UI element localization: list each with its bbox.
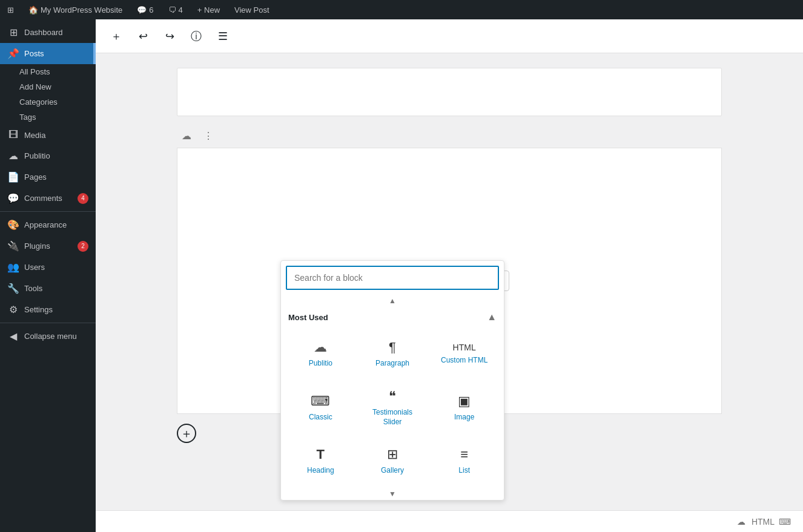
comments-count: 6 [149, 5, 153, 15]
settings-icon: ⚙ [7, 304, 19, 315]
gallery-icon: ⊞ [387, 447, 398, 462]
main-layout: ⊞ Dashboard 📌 Posts All Posts Add New Ca… [0, 19, 803, 532]
posts-icon: 📌 [7, 48, 19, 59]
sidebar-item-pages[interactable]: 📄 Pages [0, 166, 96, 188]
sidebar-divider-2 [0, 323, 96, 323]
feedback-count: 4 [179, 5, 183, 15]
editor-area: ＋ ↩ ↪ ⓘ ☰ ☁ ⋮ ☁ [96, 19, 803, 532]
classic-icon: ⌨ [311, 393, 330, 409]
bottom-html-label[interactable]: HTML [755, 513, 772, 530]
pages-icon: 📄 [7, 171, 19, 183]
block-item-publitio[interactable]: ☁ Publitio [286, 330, 355, 378]
sidebar-item-dashboard[interactable]: ⊞ Dashboard [0, 22, 96, 43]
list-label: List [458, 466, 470, 476]
sidebar-item-tags[interactable]: Tags [0, 110, 96, 125]
tags-label: Tags [19, 113, 36, 122]
sidebar-item-collapse[interactable]: ◀ Collapse menu [0, 326, 96, 347]
block-item-classic[interactable]: ⌨ Classic [286, 381, 355, 435]
keyboard-icon: ⌨ [779, 517, 791, 527]
add-block-button[interactable]: ＋ [105, 25, 127, 47]
scroll-up-indicator[interactable]: ▲ [281, 295, 504, 307]
block-item-heading[interactable]: T Heading [286, 437, 355, 485]
appearance-icon: 🎨 [7, 219, 19, 231]
inserter-scroll[interactable]: ▲ Most Used ▲ ☁ Publitio ¶ Paragraph HTM… [281, 295, 504, 500]
sidebar-item-users[interactable]: 👥 Users [0, 257, 96, 278]
sidebar-item-add-new[interactable]: Add New [0, 79, 96, 94]
gallery-label: Gallery [381, 466, 404, 476]
bottom-keyboard-icon[interactable]: ⌨ [776, 513, 793, 530]
add-new-label: Add New [19, 82, 51, 91]
block-more-icon[interactable]: ⋮ [199, 126, 218, 145]
admin-bar: ⊞ 🏠 My WordPress Website 💬 6 🗨 4 + New V… [0, 0, 803, 19]
wp-logo-icon: ⊞ [7, 5, 14, 15]
sidebar-appearance-label: Appearance [24, 220, 67, 229]
sidebar-item-all-posts[interactable]: All Posts [0, 64, 96, 79]
plugins-icon: 🔌 [7, 240, 19, 252]
heading-label: Heading [307, 466, 334, 476]
heading-icon: T [317, 447, 325, 462]
comment-icon: 💬 [137, 5, 147, 15]
image-icon: ▣ [458, 393, 471, 409]
more-options-button[interactable]: ☰ [212, 25, 234, 47]
sidebar-tools-label: Tools [24, 284, 42, 293]
site-name: My WordPress Website [41, 5, 122, 15]
sidebar-item-media[interactable]: 🎞 Media [0, 125, 96, 145]
sidebar-item-settings[interactable]: ⚙ Settings [0, 299, 96, 320]
custom-html-label: Custom HTML [441, 356, 487, 366]
dashboard-icon: ⊞ [7, 27, 19, 38]
sidebar-users-label: Users [24, 263, 45, 272]
sidebar-item-tools[interactable]: 🔧 Tools [0, 278, 96, 299]
sidebar-settings-label: Settings [24, 305, 53, 314]
sidebar-item-categories[interactable]: Categories [0, 94, 96, 110]
blocks-grid: ☁ Publitio ¶ Paragraph HTML Custom HTML … [281, 327, 504, 488]
sidebar-pages-label: Pages [24, 172, 47, 182]
bottom-cloud-icon[interactable]: ☁ [733, 513, 750, 530]
block-item-list[interactable]: ≡ List [429, 437, 499, 485]
most-used-section-header: Most Used ▲ [281, 307, 504, 327]
editor-content[interactable]: ☁ ⋮ ☁ Select file from Publitio ＋ [96, 53, 803, 510]
wp-logo-item[interactable]: ⊞ [5, 5, 16, 15]
view-post-label: View Post [234, 5, 269, 15]
most-used-label: Most Used [288, 313, 328, 322]
sidebar-item-comments[interactable]: 💬 Comments 4 [0, 188, 96, 209]
testimonials-slider-label: Testimonials Slider [363, 408, 422, 427]
home-icon: 🏠 [28, 5, 38, 15]
comments-item[interactable]: 💬 6 [134, 5, 156, 15]
paragraph-label: Paragraph [375, 359, 409, 369]
sidebar-item-posts[interactable]: 📌 Posts [0, 43, 96, 64]
media-icon: 🎞 [7, 130, 19, 140]
site-name-item[interactable]: 🏠 My WordPress Website [26, 5, 125, 15]
sidebar-comments-label: Comments [24, 194, 62, 203]
sidebar-item-appearance[interactable]: 🎨 Appearance [0, 214, 96, 235]
paragraph-icon: ¶ [389, 340, 396, 355]
block-item-testimonials-slider[interactable]: ❝ Testimonials Slider [358, 381, 428, 435]
plugins-badge: 2 [78, 241, 88, 252]
new-label: + New [197, 5, 220, 15]
info-button[interactable]: ⓘ [185, 25, 207, 47]
redo-button[interactable]: ↪ [159, 25, 180, 47]
block-item-gallery[interactable]: ⊞ Gallery [358, 437, 428, 485]
list-icon: ≡ [460, 447, 468, 462]
search-block-input[interactable] [286, 266, 499, 290]
editor-toolbar: ＋ ↩ ↪ ⓘ ☰ [96, 19, 803, 53]
undo-button[interactable]: ↩ [132, 25, 154, 47]
sidebar-dashboard-label: Dashboard [24, 28, 63, 37]
feedback-item[interactable]: 🗨 4 [166, 5, 185, 15]
block-item-custom-html[interactable]: HTML Custom HTML [429, 330, 499, 378]
add-block-circle-button[interactable]: ＋ [177, 424, 196, 443]
block-item-paragraph[interactable]: ¶ Paragraph [358, 330, 428, 378]
chevron-up-icon[interactable]: ▲ [487, 312, 497, 323]
new-item[interactable]: + New [195, 5, 222, 15]
block-item-image[interactable]: ▣ Image [429, 381, 499, 435]
block-toolbar: ☁ ⋮ [177, 126, 722, 145]
sidebar-item-publitio[interactable]: ☁ Publitio [0, 145, 96, 166]
sidebar-divider-1 [0, 211, 96, 212]
cloud-icon: ☁ [737, 517, 745, 527]
editor-block-1[interactable] [177, 68, 722, 116]
categories-label: Categories [19, 97, 58, 107]
sidebar-publitio-label: Publitio [24, 151, 50, 160]
scroll-down-indicator[interactable]: ▼ [281, 488, 504, 500]
sidebar-item-plugins[interactable]: 🔌 Plugins 2 [0, 235, 96, 257]
block-cloud-icon[interactable]: ☁ [177, 126, 196, 145]
view-post-item[interactable]: View Post [232, 5, 272, 15]
